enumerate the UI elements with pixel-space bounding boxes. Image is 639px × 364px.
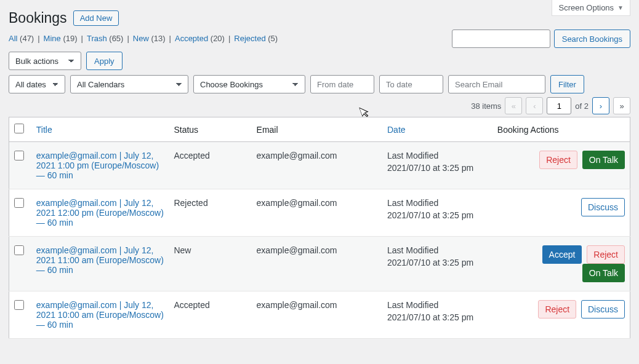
date-label: Last Modified [387, 151, 438, 160]
booking-status: New [169, 237, 251, 291]
date-label: Last Modified [387, 198, 438, 208]
booking-title-link[interactable]: example@gmail.com | July 12, 2021 10:00 … [36, 300, 164, 330]
booking-title-link[interactable]: example@gmail.com | July 12, 2021 12:00 … [36, 198, 164, 228]
bookings-filter-select[interactable]: Choose Bookings [193, 75, 305, 93]
view-accepted-link[interactable]: Accepted (20) [175, 34, 225, 43]
calendar-filter-select[interactable]: All Calendars [70, 75, 188, 93]
discuss-button[interactable]: Discuss [581, 300, 625, 318]
first-page-button[interactable]: « [505, 97, 522, 114]
booking-title-link[interactable]: example@gmail.com | July 12, 2021 11:00 … [36, 245, 164, 275]
booking-status: Rejected [169, 189, 251, 237]
to-date-input[interactable] [379, 75, 443, 93]
page-title: Bookings [9, 10, 67, 26]
view-mine-link[interactable]: Mine (19) [44, 34, 78, 43]
booking-status: Accepted [169, 142, 251, 189]
view-trash-link[interactable]: Trash (65) [87, 34, 124, 43]
bulk-actions-select[interactable]: Bulk actions [9, 52, 81, 70]
booking-email: example@gmail.com [252, 291, 382, 339]
discuss-button[interactable]: Discuss [581, 198, 625, 216]
row-checkbox[interactable] [14, 198, 24, 208]
view-rejected-link[interactable]: Rejected (5) [234, 34, 278, 43]
bookings-table: Title Status Email Date Booking Actions … [9, 117, 630, 339]
booking-status: Accepted [169, 291, 251, 339]
select-all-checkbox[interactable] [14, 124, 24, 133]
col-actions: Booking Actions [492, 117, 630, 142]
date-label: Last Modified [387, 300, 438, 310]
apply-bulk-button[interactable]: Apply [86, 52, 123, 70]
from-date-input[interactable] [310, 75, 374, 93]
booking-email: example@gmail.com [252, 189, 382, 237]
row-checkbox[interactable] [14, 300, 24, 310]
table-row: example@gmail.com | July 12, 2021 1:00 p… [9, 142, 630, 189]
date-value: 2021/07/10 at 3:25 pm [387, 312, 488, 322]
screen-options-label: Screen Options [558, 3, 614, 12]
table-row: example@gmail.com | July 12, 2021 12:00 … [9, 189, 630, 237]
accept-button[interactable]: Accept [542, 245, 582, 264]
date-label: Last Modified [387, 245, 438, 255]
date-filter-select[interactable]: All dates [9, 75, 65, 93]
current-page-input[interactable] [547, 97, 571, 114]
search-bookings-button[interactable]: Search Bookings [554, 30, 630, 48]
table-row: example@gmail.com | July 12, 2021 11:00 … [9, 237, 630, 291]
col-email: Email [252, 117, 382, 142]
on-talk-button[interactable]: On Talk [582, 264, 625, 282]
row-checkbox[interactable] [14, 245, 24, 255]
reject-button[interactable]: Reject [539, 151, 577, 169]
date-value: 2021/07/10 at 3:25 pm [387, 163, 488, 173]
view-all-link[interactable]: All (47) [9, 34, 34, 43]
booking-email: example@gmail.com [252, 142, 382, 189]
next-page-button[interactable]: › [592, 97, 609, 114]
on-talk-button[interactable]: On Talk [582, 151, 625, 169]
search-bookings-input[interactable] [452, 30, 550, 48]
reject-button[interactable]: Reject [538, 300, 576, 318]
booking-email: example@gmail.com [252, 237, 382, 291]
search-email-input[interactable] [448, 75, 545, 93]
add-new-button[interactable]: Add New [73, 10, 119, 26]
page-of-text: of 2 [575, 101, 589, 111]
table-row: example@gmail.com | July 12, 2021 10:00 … [9, 291, 630, 339]
items-count: 38 items [471, 101, 501, 111]
screen-options-toggle[interactable]: Screen Options ▼ [552, 0, 630, 16]
col-title[interactable]: Title [31, 117, 169, 142]
filter-button[interactable]: Filter [550, 75, 584, 93]
last-page-button[interactable]: » [613, 97, 630, 114]
row-checkbox[interactable] [14, 151, 24, 160]
date-value: 2021/07/10 at 3:25 pm [387, 210, 488, 220]
prev-page-button[interactable]: ‹ [526, 97, 543, 114]
view-new-link[interactable]: New (13) [133, 34, 166, 43]
reject-button[interactable]: Reject [587, 245, 625, 264]
col-date[interactable]: Date [382, 117, 492, 142]
caret-down-icon: ▼ [617, 4, 624, 11]
col-status: Status [169, 117, 251, 142]
date-value: 2021/07/10 at 3:25 pm [387, 258, 488, 267]
booking-title-link[interactable]: example@gmail.com | July 12, 2021 1:00 p… [36, 151, 159, 180]
